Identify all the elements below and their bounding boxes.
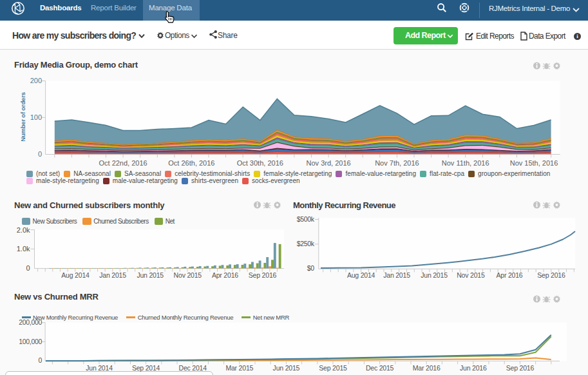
svg-text:0: 0 xyxy=(26,264,30,272)
svg-text:Oct 22nd, 2016: Oct 22nd, 2016 xyxy=(99,159,147,167)
svg-text:Jan 2015: Jan 2015 xyxy=(383,271,410,279)
svg-text:Mar 2016: Mar 2016 xyxy=(413,364,441,372)
svg-text:1.0k: 1.0k xyxy=(17,245,30,253)
svg-text:200,000: 200,000 xyxy=(19,318,42,326)
svg-text:Jan 2015: Jan 2015 xyxy=(99,271,126,279)
svg-text:0: 0 xyxy=(38,150,42,158)
svg-text:Sep 2015: Sep 2015 xyxy=(319,364,347,372)
svg-text:200: 200 xyxy=(30,77,42,84)
svg-text:Apr 2016: Apr 2016 xyxy=(496,271,522,279)
svg-text:Sep 2016: Sep 2016 xyxy=(537,271,565,279)
svg-text:Jun 2015: Jun 2015 xyxy=(137,271,164,279)
svg-text:Oct 30th, 2016: Oct 30th, 2016 xyxy=(237,159,283,167)
svg-text:2.0k: 2.0k xyxy=(17,226,30,234)
svg-text:Aug 2014: Aug 2014 xyxy=(347,271,375,279)
svg-text:0: 0 xyxy=(39,356,43,364)
svg-text:100,000: 100,000 xyxy=(19,338,42,345)
svg-text:Oct 26th, 2016: Oct 26th, 2016 xyxy=(168,159,214,167)
svg-text:Apr 2016: Apr 2016 xyxy=(212,271,238,279)
svg-text:Jun 2014: Jun 2014 xyxy=(86,364,113,372)
svg-text:Nov 2015: Nov 2015 xyxy=(457,271,485,279)
svg-text:Nov 7th, 2016: Nov 7th, 2016 xyxy=(375,159,419,167)
svg-text:Nov 3rd, 2016: Nov 3rd, 2016 xyxy=(307,159,351,167)
svg-text:$500k: $500k xyxy=(297,215,315,223)
svg-text:Mar 2015: Mar 2015 xyxy=(225,364,253,372)
svg-text:Nov 11th, 2016: Nov 11th, 2016 xyxy=(442,159,489,167)
svg-text:$0: $0 xyxy=(307,264,315,272)
svg-text:Nov 15th, 2016: Nov 15th, 2016 xyxy=(510,159,558,167)
svg-text:Sep 2016: Sep 2016 xyxy=(249,271,277,279)
svg-text:Jun 2016: Jun 2016 xyxy=(460,364,487,372)
svg-text:Nov 2015: Nov 2015 xyxy=(174,271,202,279)
svg-text:Aug 2014: Aug 2014 xyxy=(61,271,90,279)
svg-text:$250k: $250k xyxy=(297,240,315,247)
svg-text:Jun 2015: Jun 2015 xyxy=(273,364,300,372)
svg-text:Jun 2015: Jun 2015 xyxy=(421,271,448,279)
svg-text:Dec 2014: Dec 2014 xyxy=(179,364,207,372)
svg-text:Dec 2015: Dec 2015 xyxy=(366,364,394,372)
svg-text:Sep 2016: Sep 2016 xyxy=(506,364,535,372)
svg-text:Sep 2014: Sep 2014 xyxy=(132,364,160,372)
svg-text:100: 100 xyxy=(30,113,42,121)
